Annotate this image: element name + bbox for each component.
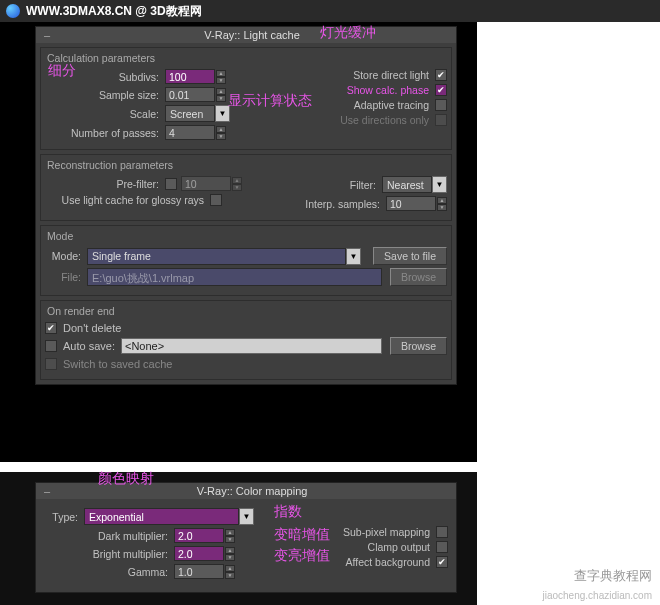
footer-watermark-url: jiaocheng.chazidian.com — [542, 590, 652, 601]
file-path-input[interactable]: E:\guo\挑战\1.vrlmap — [87, 268, 382, 286]
scale-dropdown[interactable]: Screen ▼ — [165, 105, 230, 122]
chevron-down-icon[interactable]: ▼ — [432, 176, 447, 193]
sample-size-label: Sample size: — [45, 89, 165, 101]
up-icon[interactable]: ▲ — [437, 197, 447, 204]
up-icon[interactable]: ▲ — [225, 547, 235, 554]
auto-save-input[interactable] — [121, 338, 382, 354]
type-dropdown[interactable]: Exponential ▼ — [84, 508, 254, 525]
panel-title: V-Ray:: Light cache — [56, 29, 448, 41]
interp-input[interactable] — [386, 196, 436, 211]
gamma-input[interactable] — [174, 564, 224, 579]
prefilter-input — [181, 176, 231, 191]
dark-input[interactable] — [174, 528, 224, 543]
render-end-section: On render end Don't delete Auto save: Br… — [40, 300, 452, 380]
interp-spinner[interactable]: ▲▼ — [386, 196, 447, 211]
down-icon[interactable]: ▼ — [225, 536, 235, 543]
adaptive-label: Adaptive tracing — [266, 99, 435, 111]
show-calc-checkbox[interactable] — [435, 84, 447, 96]
dont-delete-checkbox[interactable] — [45, 322, 57, 334]
up-icon[interactable]: ▲ — [225, 565, 235, 572]
dark-spinner[interactable]: ▲▼ — [174, 528, 235, 543]
chevron-down-icon[interactable]: ▼ — [346, 248, 361, 265]
up-icon[interactable]: ▲ — [216, 88, 226, 95]
dont-delete-label: Don't delete — [63, 322, 121, 334]
collapse-icon[interactable]: – — [44, 29, 50, 41]
subdivs-spinner[interactable]: ▲▼ — [165, 69, 226, 84]
gamma-spinner[interactable]: ▲▼ — [174, 564, 235, 579]
panel-title: V-Ray:: Color mapping — [56, 485, 448, 497]
down-icon[interactable]: ▼ — [216, 77, 226, 84]
store-direct-checkbox[interactable] — [435, 69, 447, 81]
clamp-checkbox[interactable] — [436, 541, 448, 553]
footer-watermark: 查字典教程网 — [574, 567, 652, 585]
up-icon[interactable]: ▲ — [216, 126, 226, 133]
mode-value: Single frame — [87, 248, 346, 265]
clamp-label: Clamp output — [254, 541, 436, 553]
up-icon: ▲ — [232, 177, 242, 184]
up-icon[interactable]: ▲ — [225, 529, 235, 536]
adaptive-checkbox[interactable] — [435, 99, 447, 111]
store-direct-label: Store direct light — [266, 69, 435, 81]
color-mapping-container: – V-Ray:: Color mapping Type: Exponentia… — [0, 472, 477, 605]
up-icon[interactable]: ▲ — [216, 70, 226, 77]
mode-section: Mode Mode: Single frame ▼ Save to file F… — [40, 225, 452, 296]
type-label: Type: — [44, 511, 84, 523]
filter-dropdown[interactable]: Nearest ▼ — [382, 176, 447, 193]
calc-section: Calculation parameters Subdivs: ▲▼ Sampl… — [40, 47, 452, 150]
prefilter-spinner: ▲▼ — [181, 176, 242, 191]
directions-only-label: Use directions only — [266, 114, 435, 126]
scale-value: Screen — [165, 105, 215, 122]
color-mapping-panel: – V-Ray:: Color mapping Type: Exponentia… — [35, 482, 457, 593]
site-url: WWW.3DMAX8.CN @ 3D教程网 — [26, 3, 202, 20]
down-icon[interactable]: ▼ — [216, 133, 226, 140]
passes-input[interactable] — [165, 125, 215, 140]
chevron-down-icon[interactable]: ▼ — [239, 508, 254, 525]
down-icon[interactable]: ▼ — [437, 204, 447, 211]
bright-spinner[interactable]: ▲▼ — [174, 546, 235, 561]
browse-button[interactable]: Browse — [390, 268, 447, 286]
browse-button[interactable]: Browse — [390, 337, 447, 355]
down-icon[interactable]: ▼ — [225, 572, 235, 579]
subdivs-input[interactable] — [165, 69, 215, 84]
down-icon[interactable]: ▼ — [216, 95, 226, 102]
section-title: Mode — [45, 228, 447, 244]
show-calc-label: Show calc. phase — [266, 84, 435, 96]
light-cache-container: – V-Ray:: Light cache Calculation parame… — [0, 22, 477, 462]
passes-spinner[interactable]: ▲▼ — [165, 125, 226, 140]
down-icon[interactable]: ▼ — [225, 554, 235, 561]
affect-bg-checkbox[interactable] — [436, 556, 448, 568]
globe-icon — [6, 4, 20, 18]
filter-label: Filter: — [266, 179, 382, 191]
interp-label: Interp. samples: — [266, 198, 386, 210]
subpixel-label: Sub-pixel mapping — [254, 526, 436, 538]
section-title: Reconstruction parameters — [45, 157, 447, 173]
filter-value: Nearest — [382, 176, 432, 193]
scale-label: Scale: — [45, 108, 165, 120]
prefilter-label: Pre-filter: — [45, 178, 165, 190]
glossy-checkbox[interactable] — [210, 194, 222, 206]
down-icon: ▼ — [232, 184, 242, 191]
file-label: File: — [45, 271, 87, 283]
chevron-down-icon[interactable]: ▼ — [215, 105, 230, 122]
prefilter-checkbox[interactable] — [165, 178, 177, 190]
gamma-label: Gamma: — [44, 566, 174, 578]
passes-label: Number of passes: — [45, 127, 165, 139]
panel-header[interactable]: – V-Ray:: Light cache — [36, 27, 456, 43]
light-cache-panel: – V-Ray:: Light cache Calculation parame… — [35, 26, 457, 385]
sample-size-input[interactable] — [165, 87, 215, 102]
recon-section: Reconstruction parameters Pre-filter: ▲▼… — [40, 154, 452, 221]
panel-header[interactable]: – V-Ray:: Color mapping — [36, 483, 456, 499]
collapse-icon[interactable]: – — [44, 485, 50, 497]
switch-label: Switch to saved cache — [63, 358, 172, 370]
mode-dropdown[interactable]: Single frame ▼ — [87, 248, 361, 265]
color-mapping-body: Type: Exponential ▼ Dark multiplier: ▲▼ — [40, 503, 452, 588]
bright-input[interactable] — [174, 546, 224, 561]
sample-size-spinner[interactable]: ▲▼ — [165, 87, 226, 102]
subpixel-checkbox[interactable] — [436, 526, 448, 538]
save-to-file-button[interactable]: Save to file — [373, 247, 447, 265]
section-title: Calculation parameters — [45, 50, 447, 66]
auto-save-checkbox[interactable] — [45, 340, 57, 352]
glossy-label: Use light cache for glossy rays — [45, 194, 210, 206]
switch-checkbox — [45, 358, 57, 370]
browser-bar: WWW.3DMAX8.CN @ 3D教程网 — [0, 0, 660, 22]
